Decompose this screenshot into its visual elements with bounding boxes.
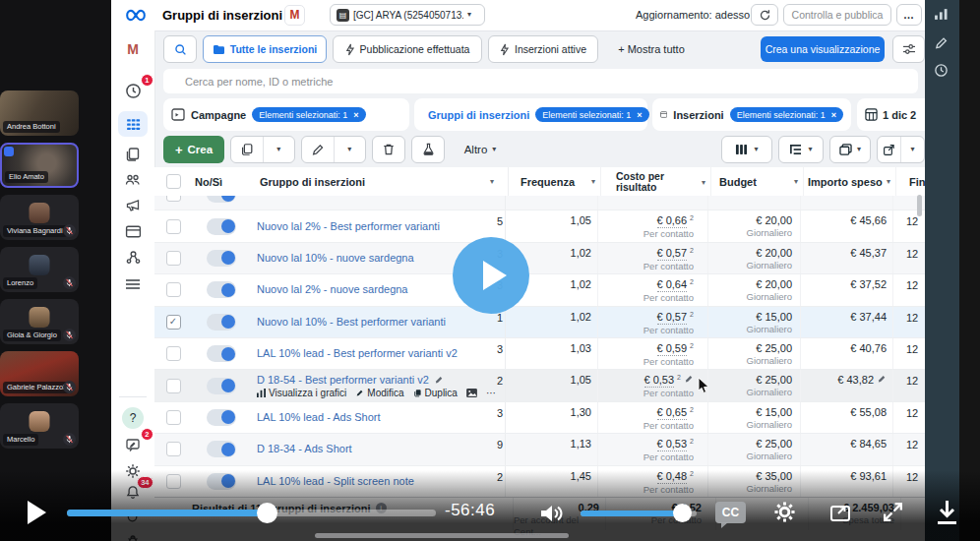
meta-logo-icon[interactable]: [124, 7, 148, 24]
edit-pencil-icon[interactable]: [684, 374, 694, 384]
chevron-down-icon[interactable]: ▾: [334, 137, 366, 162]
filter-all-ads[interactable]: Tutte le inserzioni: [203, 35, 327, 63]
table-row[interactable]: Nuovo lal 2% - Best performer varianti 5…: [154, 210, 925, 242]
column-header-end[interactable]: Fine: [895, 167, 925, 196]
audiences-nav-icon[interactable]: [118, 167, 148, 193]
view-charts-action[interactable]: Visualizza i grafici: [257, 388, 346, 398]
billing-nav-icon[interactable]: [118, 218, 148, 244]
status-toggle[interactable]: [207, 250, 236, 267]
create-view-button[interactable]: Crea una visualizzazione: [761, 36, 885, 62]
horizontal-scrollbar[interactable]: [315, 533, 569, 538]
filter-active-ads[interactable]: Inserzioni attive: [488, 35, 598, 63]
table-row[interactable]: Nuovo lal 2% - nuove sardegna 3 1,02 € 0…: [154, 274, 925, 306]
table-row[interactable]: D 18-34 - Ads Short 9 1,13 € 0,532 Per c…: [154, 434, 925, 465]
search-filter-button[interactable]: [163, 35, 197, 63]
row-checkbox[interactable]: [166, 251, 181, 266]
status-toggle[interactable]: [207, 281, 236, 298]
table-row[interactable]: LAL 10% lead - Ads Short 3 1,30 € 0,652 …: [154, 402, 925, 434]
account-selector[interactable]: ▤ [GC] ARYA (5254050713... ▾: [330, 4, 485, 26]
filter-delivery[interactable]: Pubblicazione effettuata: [333, 35, 482, 63]
player-settings-gear-icon[interactable]: [773, 501, 796, 523]
volume-icon[interactable]: [538, 503, 564, 524]
adset-name-link[interactable]: LAL 10% lead - Ads Short: [257, 411, 497, 424]
delete-button[interactable]: [372, 136, 405, 163]
more-actions-dots[interactable]: ···: [486, 388, 496, 398]
account-overview-icon[interactable]: 1: [118, 78, 148, 103]
ads-promote-nav-icon[interactable]: [118, 193, 148, 218]
closed-captions-button[interactable]: CC: [715, 502, 746, 523]
column-header-cost[interactable]: Costo perrisultato▾: [600, 167, 710, 196]
table-row[interactable]: Nuovo lal 10% - nuove sardegna 3 1,02 € …: [154, 243, 925, 274]
progress-handle[interactable]: [257, 503, 277, 523]
edit-action[interactable]: Modifica: [355, 388, 403, 398]
more-options-button[interactable]: …: [896, 4, 922, 26]
status-toggle[interactable]: [207, 314, 236, 331]
table-row[interactable]: Per contatto Giornaliero: [154, 196, 925, 210]
big-play-button[interactable]: [453, 237, 529, 314]
extension-m-logo-icon[interactable]: M: [284, 5, 305, 26]
column-header-frequency[interactable]: Frequenza▾: [508, 167, 600, 196]
duplicate-icon[interactable]: [231, 137, 263, 162]
status-toggle[interactable]: [207, 441, 236, 457]
column-header-budget[interactable]: Budget▾: [710, 167, 803, 196]
chevron-down-icon[interactable]: ▾: [263, 137, 295, 162]
search-input[interactable]: Cerca per nome, ID o metriche: [163, 69, 918, 93]
table-scrollbar[interactable]: [917, 195, 922, 216]
show-all-button[interactable]: + Mostra tutto: [604, 35, 699, 63]
tab-campagne[interactable]: Campagne Elementi selezionati: 1×: [163, 98, 409, 131]
participant-tile[interactable]: Lorenzo: [0, 247, 79, 292]
tab-gruppi-di-inserzioni[interactable]: Gruppi di inserzioni Elementi selezionat…: [414, 98, 647, 131]
select-all-checkbox[interactable]: [166, 174, 181, 189]
edit-pencil-icon[interactable]: [434, 375, 444, 385]
adset-name-link[interactable]: D 18-54 - Best performer varianti v2: [257, 374, 497, 387]
row-checkbox[interactable]: [166, 442, 181, 456]
volume-handle[interactable]: [673, 504, 692, 522]
volume-slider[interactable]: [581, 511, 697, 516]
adjust-filters-button[interactable]: [892, 35, 925, 63]
selected-count-badge[interactable]: Elementi selezionati: 1×: [730, 107, 843, 122]
date-range-picker[interactable]: 1 dic 2: [857, 98, 925, 131]
status-toggle[interactable]: [207, 378, 236, 394]
row-checkbox[interactable]: ✓: [166, 315, 181, 330]
fullscreen-button-icon[interactable]: [881, 500, 905, 524]
reports-button[interactable]: ▾: [829, 136, 871, 163]
columns-button[interactable]: ▾: [721, 136, 772, 163]
row-checkbox[interactable]: [166, 410, 181, 425]
create-button[interactable]: +Crea: [163, 136, 224, 163]
preview-thumbnail-icon[interactable]: [466, 389, 477, 397]
pip-button-icon[interactable]: [828, 501, 852, 524]
export-icon[interactable]: [878, 137, 900, 162]
close-icon[interactable]: ×: [637, 110, 642, 120]
events-manager-nav-icon[interactable]: [118, 244, 148, 270]
edit-split-button[interactable]: ▾: [301, 136, 366, 163]
row-checkbox[interactable]: [166, 346, 181, 361]
table-row[interactable]: ✓ Nuovo lal 10% - Best performer variant…: [154, 307, 925, 338]
ab-test-button[interactable]: [411, 136, 445, 163]
help-icon[interactable]: ?: [118, 405, 148, 431]
status-toggle[interactable]: [207, 409, 236, 426]
participant-tile[interactable]: Gioia & Giorgio: [0, 299, 79, 344]
business-logo-icon[interactable]: M: [118, 36, 148, 62]
column-header-toggle[interactable]: No/Sì: [192, 167, 254, 196]
participant-tile[interactable]: Gabriele Palazzolo: [0, 351, 79, 396]
row-checkbox[interactable]: [166, 379, 181, 393]
table-row[interactable]: LAL 10% lead - Best performer varianti v…: [154, 338, 925, 370]
campaigns-nav-icon[interactable]: [118, 111, 148, 137]
download-button-icon[interactable]: [934, 498, 960, 527]
table-row[interactable]: D 18-54 - Best performer varianti v2 Vis…: [154, 370, 925, 401]
adset-name-link[interactable]: D 18-34 - Ads Short: [257, 443, 497, 455]
participant-tile[interactable]: Elio Amato: [0, 143, 79, 188]
feedback-icon[interactable]: 2: [118, 432, 148, 457]
progress-bar[interactable]: [67, 510, 436, 516]
column-header-spent[interactable]: Importo speso▾: [803, 167, 895, 196]
all-tools-menu-icon[interactable]: [118, 271, 148, 297]
selected-count-badge[interactable]: Elementi selezionati: 1×: [252, 107, 365, 122]
breakdown-button[interactable]: ▾: [778, 136, 824, 163]
pages-nav-icon[interactable]: [118, 142, 148, 167]
review-publish-button[interactable]: Controlla e pubblica: [783, 4, 891, 26]
play-button[interactable]: [28, 501, 46, 524]
more-actions-button[interactable]: Altro▾: [451, 136, 510, 163]
row-checkbox[interactable]: [166, 219, 181, 234]
adset-name-link[interactable]: Nuovo lal 2% - Best performer varianti: [257, 220, 497, 233]
edit-pencil-icon[interactable]: [934, 35, 949, 50]
